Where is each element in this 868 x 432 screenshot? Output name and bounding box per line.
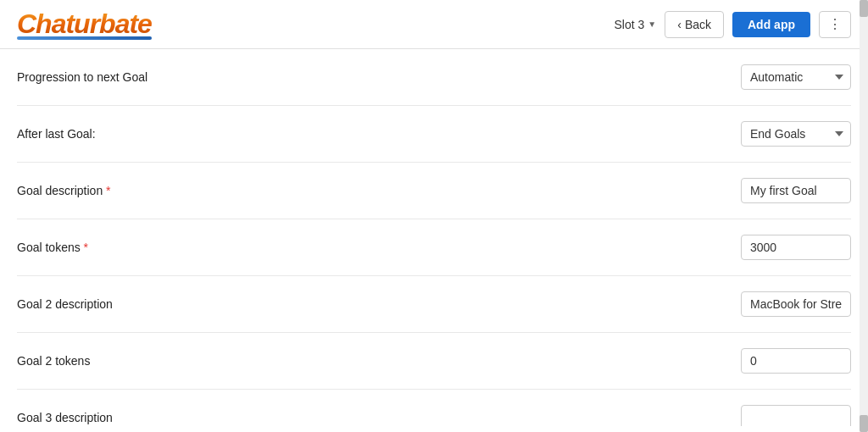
required-star-goal_tokens: * — [81, 241, 88, 254]
input-goal2_description[interactable] — [741, 291, 851, 317]
slot-selector[interactable]: Slot 3 ▼ — [614, 18, 656, 31]
form-label-after_last_goal: After last Goal: — [17, 127, 96, 141]
slot-chevron-icon: ▼ — [648, 19, 656, 29]
form-label-goal_description: Goal description * — [17, 184, 111, 197]
form-control-wrap-goal_tokens — [741, 235, 851, 260]
form-control-wrap-goal3_description — [741, 405, 851, 426]
input-goal_tokens[interactable] — [741, 235, 851, 260]
form-label-goal2_tokens: Goal 2 tokens — [17, 354, 90, 368]
form-row-progression: Progression to next GoalAutomaticManual — [17, 49, 851, 106]
form-control-wrap-goal2_description — [741, 291, 851, 317]
input-goal2_tokens[interactable] — [741, 348, 851, 374]
back-button[interactable]: ‹ Back — [665, 11, 724, 38]
main-content: Progression to next GoalAutomaticManualA… — [0, 49, 868, 426]
form-row-goal2_description: Goal 2 description — [17, 276, 851, 333]
form-row-goal_tokens: Goal tokens * — [17, 219, 851, 276]
app-header: Chaturbate Slot 3 ▼ ‹ Back Add app ⋮ — [0, 0, 868, 49]
slot-label: Slot 3 — [614, 18, 644, 31]
input-goal_description[interactable] — [741, 178, 851, 203]
select-after_last_goal[interactable]: End GoalsRestart GoalsLoop Goals — [741, 121, 851, 147]
logo-area: Chaturbate — [17, 8, 152, 40]
form-row-goal2_tokens: Goal 2 tokens — [17, 333, 851, 390]
header-actions: Slot 3 ▼ ‹ Back Add app ⋮ — [614, 11, 851, 38]
form-control-wrap-goal2_tokens — [741, 348, 851, 374]
form-control-wrap-progression: AutomaticManual — [741, 64, 851, 90]
form-row-goal_description: Goal description * — [17, 163, 851, 219]
form-control-wrap-goal_description — [741, 178, 851, 203]
form-label-goal2_description: Goal 2 description — [17, 297, 113, 311]
form-label-progression: Progression to next Goal — [17, 70, 147, 84]
more-options-button[interactable]: ⋮ — [819, 11, 851, 38]
logo: Chaturbate — [17, 8, 152, 39]
back-arrow-icon: ‹ — [677, 18, 682, 31]
scrollbar-track[interactable] — [860, 0, 868, 432]
form-label-goal3_description: Goal 3 description — [17, 411, 113, 424]
required-star-goal_description: * — [103, 184, 110, 197]
back-label: Back — [685, 18, 711, 31]
form-control-wrap-after_last_goal: End GoalsRestart GoalsLoop Goals — [741, 121, 851, 147]
form-label-goal_tokens: Goal tokens * — [17, 241, 88, 254]
input-goal3_description[interactable] — [741, 405, 851, 426]
scrollbar-thumb-bottom[interactable] — [860, 415, 868, 432]
add-app-button[interactable]: Add app — [732, 12, 810, 37]
select-progression[interactable]: AutomaticManual — [741, 64, 851, 90]
form-row-after_last_goal: After last Goal:End GoalsRestart GoalsLo… — [17, 106, 851, 163]
scrollbar-thumb-top[interactable] — [860, 0, 868, 17]
form-row-goal3_description: Goal 3 description — [17, 390, 851, 426]
